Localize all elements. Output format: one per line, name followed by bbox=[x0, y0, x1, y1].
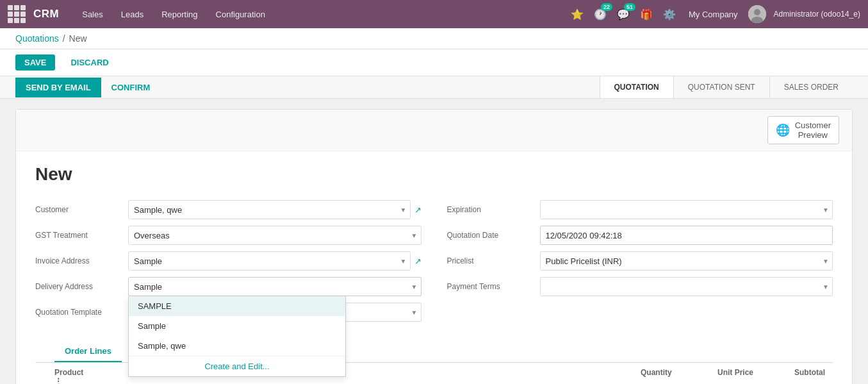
gst-select[interactable]: Overseas bbox=[128, 226, 422, 245]
dropdown-option-sample[interactable]: Sample bbox=[129, 316, 345, 336]
messages-icon[interactable]: 💬 51 bbox=[614, 5, 632, 23]
col-subtotal: Subtotal bbox=[794, 368, 814, 377]
customer-field-wrap: Sample, qwe ▼ bbox=[128, 200, 411, 219]
user-name[interactable]: Administrator (odoo14_e) bbox=[774, 10, 860, 19]
pricelist-select[interactable]: Public Pricelist (INR) bbox=[540, 251, 833, 271]
invoice-select[interactable]: Sample bbox=[128, 251, 411, 271]
delivery-input[interactable] bbox=[128, 277, 422, 296]
crm-logo: CRM bbox=[33, 8, 59, 21]
app-grid-icon[interactable] bbox=[8, 5, 26, 23]
step-quotation[interactable]: QUOTATION bbox=[600, 76, 673, 98]
messages-badge: 51 bbox=[624, 3, 635, 11]
col-unit-price: Unit Price bbox=[717, 368, 794, 377]
gift-icon[interactable]: 🎁 bbox=[637, 5, 655, 23]
star-icon[interactable]: ⭐ bbox=[568, 5, 586, 23]
step-quotation-sent[interactable]: QUOTATION SENT bbox=[673, 76, 769, 98]
company-name[interactable]: My Company bbox=[689, 10, 738, 19]
gst-field-wrap: Overseas ▼ bbox=[128, 226, 422, 245]
form-card-header: 🌐 CustomerPreview bbox=[16, 110, 852, 151]
quotation-date-field-wrap bbox=[540, 226, 833, 245]
col-empty1 bbox=[564, 368, 641, 377]
main-content: 🌐 CustomerPreview New Customer Sample, q… bbox=[0, 99, 868, 384]
form-card: 🌐 CustomerPreview New Customer Sample, q… bbox=[15, 109, 853, 384]
customer-group: Customer Sample, qwe ▼ ↗ bbox=[35, 200, 422, 219]
expiration-group: Expiration ▼ bbox=[447, 200, 833, 219]
calendar-badge: 22 bbox=[601, 3, 612, 11]
pricelist-field-wrap: Public Pricelist (INR) ▼ bbox=[540, 251, 833, 271]
delivery-label: Delivery Address bbox=[35, 282, 128, 291]
breadcrumb-current: New bbox=[69, 33, 87, 44]
delivery-field-wrap: ▼ SAMPLE Sample Sample, qwe Create and E… bbox=[128, 277, 422, 296]
expiration-label: Expiration bbox=[447, 205, 540, 214]
nav-sales[interactable]: Sales bbox=[82, 10, 103, 19]
globe-icon: 🌐 bbox=[776, 123, 790, 137]
nav-configuration[interactable]: Configuration bbox=[216, 10, 265, 19]
pricelist-group: Pricelist Public Pricelist (INR) ▼ bbox=[447, 251, 833, 271]
discard-button[interactable]: DISCARD bbox=[61, 54, 117, 71]
delivery-group: Delivery Address ▼ SAMPLE Sample Sample,… bbox=[35, 277, 422, 296]
status-bar: SEND BY EMAIL CONFIRM QUOTATION QUOTATIO… bbox=[0, 76, 868, 99]
dropdown-option-sample-caps[interactable]: SAMPLE bbox=[129, 296, 345, 316]
dropdown-option-sample-qwe[interactable]: Sample, qwe bbox=[129, 336, 345, 356]
user-avatar bbox=[748, 5, 766, 23]
quotation-date-label: Quotation Date bbox=[447, 231, 540, 240]
customer-preview-label: CustomerPreview bbox=[795, 121, 831, 140]
expiration-select[interactable] bbox=[540, 200, 833, 219]
nav-reporting[interactable]: Reporting bbox=[161, 10, 197, 19]
top-navigation: CRM Sales Leads Reporting Configuration … bbox=[0, 0, 868, 28]
invoice-field-wrap: Sample ▼ bbox=[128, 251, 411, 271]
action-bar: SAVE DISCARD bbox=[0, 49, 868, 76]
form-grid: Customer Sample, qwe ▼ ↗ GST Treatment bbox=[35, 200, 833, 328]
expiration-field-wrap: ▼ bbox=[540, 200, 833, 219]
pricelist-label: Pricelist bbox=[447, 256, 540, 265]
col-quantity: Quantity bbox=[641, 368, 717, 377]
tab-order-lines[interactable]: Order Lines bbox=[54, 341, 122, 362]
svg-point-1 bbox=[754, 9, 760, 15]
quotation-template-label: Quotation Template bbox=[35, 308, 128, 317]
payment-terms-group: Payment Terms ▼ bbox=[447, 277, 833, 296]
invoice-group: Invoice Address Sample ▼ ↗ bbox=[35, 251, 422, 271]
save-button[interactable]: SAVE bbox=[15, 54, 55, 71]
step-sales-order[interactable]: SALES ORDER bbox=[769, 76, 853, 98]
customer-preview-button[interactable]: 🌐 CustomerPreview bbox=[767, 116, 839, 144]
send-email-button[interactable]: SEND BY EMAIL bbox=[15, 78, 101, 97]
customer-external-link[interactable]: ↗ bbox=[414, 205, 422, 215]
calendar-icon[interactable]: 🕐 22 bbox=[591, 5, 609, 23]
delivery-dropdown: SAMPLE Sample Sample, qwe Create and Edi… bbox=[128, 296, 346, 377]
invoice-label: Invoice Address bbox=[35, 256, 128, 265]
gst-group: GST Treatment Overseas ▼ bbox=[35, 226, 422, 245]
quotation-date-group: Quotation Date bbox=[447, 226, 833, 245]
breadcrumb: Quotations / New bbox=[0, 28, 868, 49]
status-steps: QUOTATION QUOTATION SENT SALES ORDER bbox=[600, 76, 853, 98]
breadcrumb-separator: / bbox=[63, 33, 65, 44]
payment-terms-select[interactable] bbox=[540, 277, 833, 296]
breadcrumb-quotations[interactable]: Quotations bbox=[15, 33, 59, 44]
nav-leads[interactable]: Leads bbox=[121, 10, 143, 19]
gst-label: GST Treatment bbox=[35, 231, 128, 240]
customer-label: Customer bbox=[35, 205, 128, 214]
settings-icon[interactable]: ⚙️ bbox=[660, 5, 678, 23]
customer-select[interactable]: Sample, qwe bbox=[128, 200, 411, 219]
form-body: New Customer Sample, qwe ▼ bbox=[16, 151, 852, 384]
payment-terms-label: Payment Terms bbox=[447, 282, 540, 291]
dropdown-create-edit[interactable]: Create and Edit... bbox=[129, 356, 345, 376]
confirm-button[interactable]: CONFIRM bbox=[101, 78, 161, 97]
col-actions: ⋮ bbox=[54, 377, 564, 384]
payment-terms-field-wrap: ▼ bbox=[540, 277, 833, 296]
form-title: New bbox=[35, 164, 833, 185]
invoice-external-link[interactable]: ↗ bbox=[414, 256, 422, 266]
quotation-date-input[interactable] bbox=[540, 226, 833, 245]
